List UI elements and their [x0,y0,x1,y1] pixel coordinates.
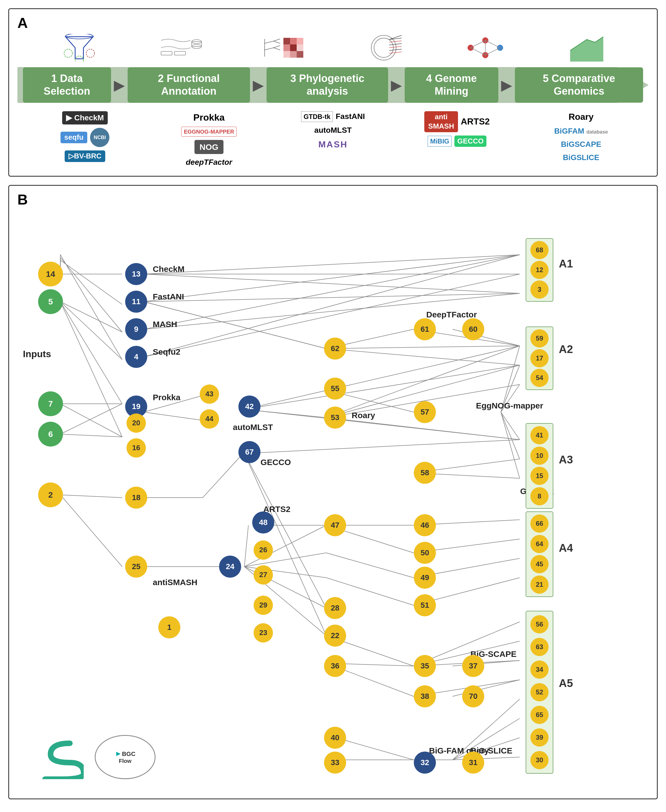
out-node-54: 54 [530,369,549,387]
svg-rect-9 [175,51,186,55]
node-60: 60 [462,318,484,340]
node-32: 32 [414,751,436,774]
group-label-a2: A2 [559,343,573,355]
output-box-a5: 56 63 34 52 65 39 30 [526,611,553,774]
mibig-gecco-row: MiBIG GECCO [428,135,486,147]
svg-point-47 [73,743,77,747]
seqfu-logo: seqfu [61,131,87,143]
node-25: 25 [125,556,147,578]
svg-point-2 [64,49,73,58]
node-26: 26 [254,541,273,560]
bigfam-logo: BiGFAM database [554,126,608,136]
deeptfactor-logo: deepTFactor [186,157,232,167]
output-box-a3: 41 10 15 8 [526,423,553,509]
node-5: 5 [38,289,63,314]
node-57: 57 [414,401,436,423]
node-55: 55 [324,378,346,399]
main-container: A [0,0,666,807]
node-24: 24 [219,556,241,578]
tools-col-5: Roary BiGFAM database BiGSCAPE BiGSLICE [542,111,620,163]
svg-line-13 [274,39,280,41]
label-mash: MASH [153,320,177,329]
connection-lines: .conn { stroke: #888; stroke-width: 2; f… [17,210,649,790]
node-62: 62 [324,337,346,360]
group-label-a5: A5 [559,677,573,689]
node-35: 35 [414,655,436,677]
node-50: 50 [414,542,436,564]
node-36: 36 [324,655,346,677]
svg-rect-6 [192,42,202,47]
node-38: 38 [414,685,436,707]
panel-a-label: A [17,15,649,31]
arrow-1: ▶ [114,77,125,93]
node-42: 42 [238,396,260,418]
icon-row [17,34,649,62]
pipeline-step-4: 4 Genome Mining [405,67,498,102]
network-icon [463,34,508,62]
output-box-a4: 66 64 45 21 [526,511,553,597]
out-node-15: 15 [530,467,549,485]
gecco-logo: GECCO [454,135,486,147]
out-node-10: 10 [530,447,549,465]
out-node-66: 66 [530,514,549,533]
out-node-39: 39 [530,728,549,746]
dna-database-icon [158,34,203,62]
bigslice-logo: BiGSLICE [563,153,599,163]
out-node-8: 8 [530,487,549,505]
eggnog-logo: EGGNOG-MAPPER [181,127,236,136]
label-gecco: GECCO [260,458,291,467]
svg-line-11 [265,41,274,43]
node-20: 20 [127,413,146,433]
svg-rect-46 [34,735,84,779]
out-node-65: 65 [530,706,549,724]
snakemake-logo [34,735,84,779]
mibig-logo: MiBIG [428,136,452,146]
label-eggnog: EggNOG-mapper [476,401,543,411]
out-node-41: 41 [530,426,549,444]
group-label-a4: A4 [559,542,573,554]
bvbrc-logo: ▷BV-BRC [64,150,106,162]
svg-rect-26 [297,51,303,58]
node-43: 43 [200,385,219,404]
svg-line-12 [265,48,274,50]
seqfu-ncbi-row: seqfu NCBI [61,128,109,147]
pipeline-steps: 1 Data Selection ▶ 2 Functional Annotati… [17,62,649,107]
out-node-30: 30 [530,751,549,769]
group-label-a3: A3 [559,454,573,466]
svg-line-43 [485,48,500,55]
svg-line-15 [274,46,280,48]
svg-line-14 [274,41,280,43]
node-16: 16 [127,438,146,458]
svg-line-40 [470,40,485,48]
out-node-56: 56 [530,615,549,633]
node-58: 58 [414,462,436,484]
out-node-63: 63 [530,638,549,656]
node-70: 70 [462,685,484,707]
ncbi-logo: NCBI [90,128,109,147]
tools-col-3: GTDB-tk FastANI autoMLST MASH [295,111,372,150]
label-seqfu2: Seqfu2 [153,347,180,357]
inputs-label: Inputs [23,348,51,359]
nog-logo: NOG [195,140,223,154]
svg-point-3 [86,49,94,58]
out-node-12: 12 [530,261,549,279]
bottom-logos: ►BGC Flow [34,735,155,779]
out-node-68: 68 [530,241,549,259]
out-node-34: 34 [530,661,549,679]
prokka-logo: Prokka [193,111,224,123]
node-7: 7 [38,391,63,416]
svg-marker-45 [570,37,603,62]
panel-a: A [8,8,658,177]
node-22: 22 [324,625,346,647]
svg-rect-23 [297,44,303,51]
node-67: 67 [238,441,260,463]
svg-line-34 [389,49,402,51]
out-node-21: 21 [530,575,549,594]
output-box-a2: 59 17 54 [526,327,553,390]
gtdb-fastani-row: GTDB-tk FastANI [301,111,365,122]
svg-line-42 [485,40,500,48]
svg-rect-18 [284,38,290,44]
label-deeptfactor: DeepTFactor [426,310,477,319]
node-49: 49 [414,567,436,589]
label-prokka: Prokka [153,393,180,402]
